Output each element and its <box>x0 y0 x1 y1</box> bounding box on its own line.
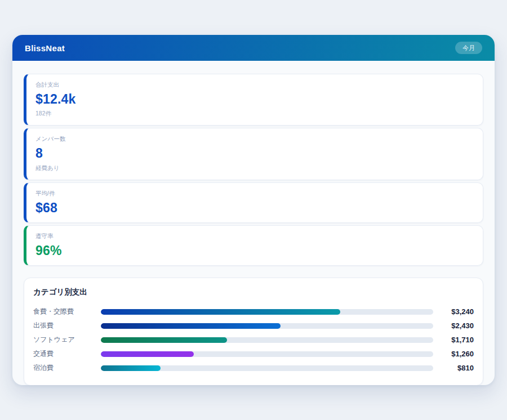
stat-card-average-per-item: 平均/件 $68 <box>24 182 483 223</box>
category-value: $810 <box>440 364 474 372</box>
stat-subtext: 経費あり <box>35 164 474 172</box>
category-label: 出張費 <box>33 321 101 330</box>
bar-track <box>101 309 433 315</box>
stat-value: $12.4k <box>35 92 474 106</box>
bar-track <box>101 365 433 371</box>
bar-fill <box>101 351 194 357</box>
dashboard-panel: BlissNeat 今月 合計支出 $12.4k 182件 メンバー数 8 経費… <box>12 35 495 385</box>
stat-label: 遵守率 <box>35 233 474 240</box>
category-label: 交通費 <box>33 349 101 359</box>
category-row-software: ソフトウェア $1,710 <box>33 333 474 347</box>
bar-fill <box>101 309 340 315</box>
category-row-food-entertainment: 食費・交際費 $3,240 <box>33 305 474 319</box>
category-breakdown-title: カテゴリ別支出 <box>33 287 474 297</box>
bar-track <box>101 323 433 329</box>
category-breakdown-card: カテゴリ別支出 食費・交際費 $3,240 出張費 $2,430 ソフトウェア … <box>24 278 483 385</box>
category-row-lodging: 宿泊費 $810 <box>33 361 474 375</box>
category-value: $3,240 <box>440 307 474 316</box>
category-value: $2,430 <box>440 321 474 330</box>
stat-card-compliance-rate: 遵守率 96% <box>24 225 483 266</box>
stat-card-member-count: メンバー数 8 経費あり <box>24 128 483 180</box>
category-label: 宿泊費 <box>33 363 101 373</box>
bar-track <box>101 351 433 357</box>
app-title: BlissNeat <box>25 43 65 53</box>
stat-label: メンバー数 <box>35 135 474 143</box>
stat-subtext: 182件 <box>35 110 474 118</box>
stat-label: 合計支出 <box>35 81 474 89</box>
bar-fill <box>101 337 227 343</box>
stat-card-total-spend: 合計支出 $12.4k 182件 <box>24 74 483 126</box>
category-value: $1,260 <box>440 350 474 358</box>
period-badge[interactable]: 今月 <box>455 42 482 54</box>
category-label: ソフトウェア <box>33 335 101 345</box>
category-row-transportation: 交通費 $1,260 <box>33 347 474 361</box>
category-row-business-trip: 出張費 $2,430 <box>33 319 474 333</box>
bar-track <box>101 337 433 343</box>
stat-value: $68 <box>35 201 474 215</box>
stat-value: 8 <box>35 146 474 160</box>
stat-label: 平均/件 <box>35 190 474 198</box>
category-value: $1,710 <box>440 336 474 344</box>
category-label: 食費・交際費 <box>33 307 101 316</box>
stat-value: 96% <box>35 244 474 258</box>
bar-fill <box>101 323 281 329</box>
app-header: BlissNeat 今月 <box>12 35 495 61</box>
bar-fill <box>101 365 161 371</box>
dashboard-content: 合計支出 $12.4k 182件 メンバー数 8 経費あり 平均/件 $68 遵… <box>12 61 495 385</box>
